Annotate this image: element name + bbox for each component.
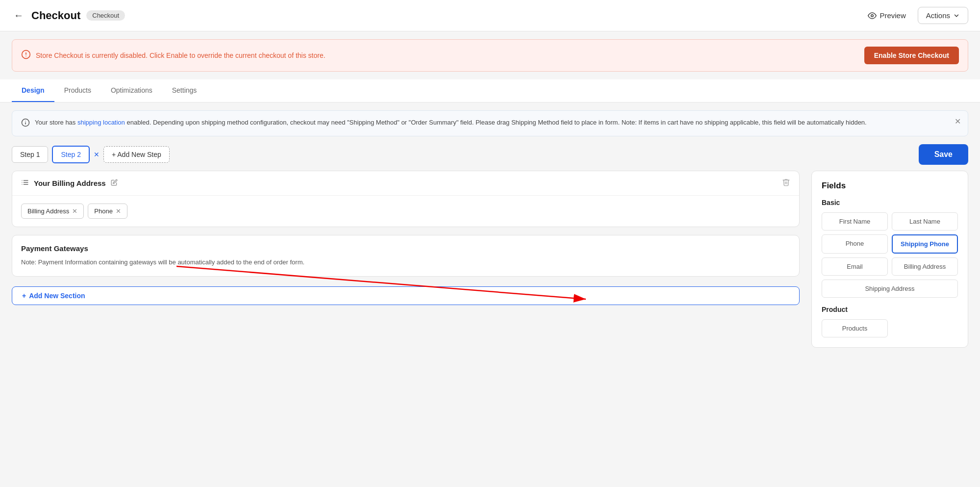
tab-products[interactable]: Products [54,79,101,102]
checkout-badge: Checkout [86,10,125,21]
alert-icon [21,50,31,62]
phone-tag: Phone ✕ [88,204,127,219]
add-new-step-button[interactable]: + Add New Step [103,146,170,163]
billing-address-field[interactable]: Billing Address [892,257,958,276]
notice-text: Your store has shipping location enabled… [35,118,867,128]
payment-section-card: Payment Gateways Note: Payment Informati… [12,235,800,277]
alert-left: Store Checkout is currently disabled. Cl… [21,50,326,62]
steps-left: Step 1 Step 2 ✕ + Add New Step [12,146,170,163]
tabs-bar: Design Products Optimizations Settings [0,79,980,103]
actions-button[interactable]: Actions [918,7,968,24]
preview-button[interactable]: Preview [862,7,911,24]
add-section-label: Add New Section [29,292,85,300]
billing-section-card: Your Billing Address Billing Address ✕ [12,171,800,227]
info-icon [21,118,30,129]
actions-label: Actions [926,11,950,20]
step-2-button[interactable]: Step 2 [52,146,89,163]
last-name-field[interactable]: Last Name [892,212,958,231]
back-button[interactable]: ← [12,8,25,23]
products-field[interactable]: Products [822,319,888,337]
shipping-phone-field[interactable]: Shipping Phone [892,234,958,254]
billing-address-label: Billing Address [27,207,69,215]
payment-title: Payment Gateways [21,244,790,253]
add-new-section-button[interactable]: + Add New Section [12,286,800,305]
product-fields-grid: Products [822,319,958,337]
save-button[interactable]: Save [919,144,968,165]
delete-icon[interactable] [782,178,790,188]
header-right: Preview Actions [862,7,968,24]
tab-settings[interactable]: Settings [162,79,207,102]
billing-section-body: Billing Address ✕ Phone ✕ [12,196,799,227]
fields-panel-title: Fields [822,181,958,191]
billing-address-remove-button[interactable]: ✕ [72,208,77,214]
field-tags: Billing Address ✕ Phone ✕ [21,204,790,219]
eye-icon [868,11,877,20]
product-fields-title: Product [822,306,958,313]
preview-label: Preview [879,11,905,20]
main-layout: Your Billing Address Billing Address ✕ [0,171,980,487]
tab-optimizations[interactable]: Optimizations [101,79,162,102]
billing-section-title: Your Billing Address [34,179,106,187]
fields-sidebar: Fields Basic First Name Last Name Phone … [811,171,968,348]
basic-fields-title: Basic [822,199,958,206]
payment-note: Note: Payment Information containing gat… [21,257,790,267]
step-1-button[interactable]: Step 1 [12,146,48,163]
steps-bar: Step 1 Step 2 ✕ + Add New Step Save [0,144,980,165]
notice-close-button[interactable]: ✕ [955,117,961,126]
phone-remove-button[interactable]: ✕ [116,208,121,214]
shipping-address-field[interactable]: Shipping Address [822,280,958,298]
alert-banner: Store Checkout is currently disabled. Cl… [12,39,968,72]
header: ← Checkout Checkout Preview Actions [0,0,980,31]
edit-icon[interactable] [111,179,118,187]
page-title: Checkout [31,9,80,22]
tab-design[interactable]: Design [12,79,54,102]
add-section-plus-icon: + [22,292,26,300]
first-name-field[interactable]: First Name [822,212,888,231]
header-left: ← Checkout Checkout [12,8,125,23]
list-icon [21,179,29,188]
svg-point-0 [871,14,874,17]
chevron-down-icon [953,12,960,19]
phone-label: Phone [94,207,113,215]
email-field[interactable]: Email [822,257,888,276]
phone-field[interactable]: Phone [822,234,888,254]
billing-header-left: Your Billing Address [21,179,118,188]
content-area: Your Billing Address Billing Address ✕ [12,171,811,487]
shipping-location-link[interactable]: shipping location [77,119,125,126]
alert-text: Store Checkout is currently disabled. Cl… [36,51,326,59]
basic-fields-grid: First Name Last Name Phone Shipping Phon… [822,212,958,298]
billing-address-tag: Billing Address ✕ [21,204,84,219]
step-2-close-button[interactable]: ✕ [94,151,100,158]
billing-section-header: Your Billing Address [12,171,799,196]
info-notice: Your store has shipping location enabled… [12,110,968,136]
enable-store-checkout-button[interactable]: Enable Store Checkout [864,47,959,64]
